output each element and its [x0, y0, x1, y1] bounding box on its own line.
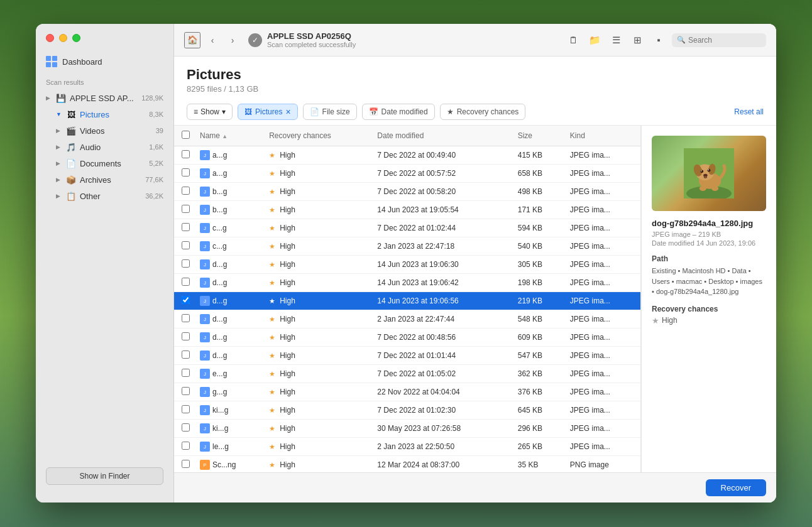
name-header[interactable]: Name ▲ [195, 126, 264, 146]
panel-icon[interactable]: ▪ [650, 32, 667, 48]
sidebar-item-apple-ssd[interactable]: ▶ 💾 APPLE SSD AP... 128,9K [36, 90, 173, 106]
recover-button[interactable]: Recover [706, 479, 766, 496]
folder-icon[interactable]: 📁 [586, 32, 603, 48]
file-type-icon: J [200, 205, 210, 215]
table-row[interactable]: J le...g ★ High 2 Jan 2023 at 22:50:50 2… [174, 438, 640, 456]
row-checkbox-cell[interactable] [174, 256, 195, 274]
table-row[interactable]: J a...g ★ High 7 Dec 2022 at 00:57:52 65… [174, 165, 640, 183]
table-row[interactable]: J d...g ★ High 7 Dec 2022 at 00:48:56 60… [174, 329, 640, 347]
row-checkbox[interactable] [182, 460, 190, 468]
row-checkbox-cell[interactable] [174, 183, 195, 201]
row-checkbox-cell[interactable] [174, 219, 195, 237]
table-row[interactable]: J d...g ★ High 14 Jun 2023 at 19:06:30 3… [174, 256, 640, 274]
row-checkbox[interactable] [182, 350, 190, 359]
table-row[interactable]: J ki...g ★ High 30 May 2023 at 07:26:58 … [174, 420, 640, 438]
table-row[interactable]: J b...g ★ High 14 Jun 2023 at 19:05:54 1… [174, 201, 640, 219]
pictures-filter-close-icon[interactable]: × [285, 107, 290, 116]
sidebar-item-audio[interactable]: ▶ 🎵 Audio 1,6K [36, 139, 173, 155]
list-view-icon[interactable]: ☰ [608, 32, 624, 48]
show-filter-button[interactable]: ≡ Show ▾ [187, 104, 233, 120]
file-size-label: File size [322, 107, 350, 116]
row-name: le...g [212, 442, 229, 451]
row-checkbox-cell[interactable] [174, 365, 195, 383]
new-file-icon[interactable]: 🗒 [565, 32, 581, 48]
search-box[interactable]: 🔍 [672, 33, 766, 47]
forward-button[interactable]: › [224, 32, 241, 48]
sidebar-item-pictures[interactable]: ▼ 🖼 Pictures 8,3K [36, 106, 173, 122]
row-checkbox[interactable] [182, 241, 190, 249]
row-checkbox-cell[interactable] [174, 347, 195, 365]
kind-header[interactable]: Kind [565, 126, 640, 146]
row-checkbox-cell[interactable] [174, 237, 195, 256]
recovery-header[interactable]: Recovery chances [264, 126, 372, 146]
file-table[interactable]: Name ▲ Recovery chances Date modified Si… [174, 126, 641, 472]
row-checkbox-cell[interactable] [174, 383, 195, 401]
show-in-finder-button[interactable]: Show in Finder [46, 467, 163, 485]
row-checkbox-cell[interactable] [174, 329, 195, 347]
row-checkbox[interactable] [182, 150, 190, 158]
filter-pictures[interactable]: 🖼 Pictures × [238, 104, 298, 120]
row-checkbox[interactable] [182, 442, 190, 450]
sidebar-item-documents[interactable]: ▶ 📄 Documents 5,2K [36, 155, 173, 171]
sidebar-item-dashboard[interactable]: Dashboard [36, 52, 173, 71]
file-type-icon: J [200, 387, 210, 397]
reset-all-button[interactable]: Reset all [734, 107, 764, 116]
filter-file-size[interactable]: 📄 File size [303, 104, 357, 120]
row-checkbox[interactable] [182, 423, 190, 432]
row-checkbox-cell[interactable] [174, 420, 195, 438]
row-checkbox-cell[interactable] [174, 456, 195, 473]
table-row[interactable]: J ki...g ★ High 7 Dec 2022 at 01:02:30 6… [174, 401, 640, 420]
select-all-checkbox[interactable] [182, 131, 190, 139]
table-row[interactable]: J c...g ★ High 2 Jan 2023 at 22:47:18 54… [174, 237, 640, 256]
row-checkbox[interactable] [182, 223, 190, 231]
row-checkbox[interactable] [182, 187, 190, 195]
row-checkbox[interactable] [182, 387, 190, 395]
table-row[interactable]: J d...g ★ High 2 Jan 2023 at 22:47:44 54… [174, 310, 640, 329]
recovery-star-icon: ★ [269, 352, 275, 360]
row-checkbox[interactable] [182, 296, 190, 304]
row-checkbox[interactable] [182, 314, 190, 322]
sidebar-item-videos[interactable]: ▶ 🎬 Videos 39 [36, 122, 173, 139]
table-row[interactable]: J g...g ★ High 22 Nov 2022 at 04:04:04 3… [174, 383, 640, 401]
row-checkbox-cell[interactable] [174, 146, 195, 165]
sidebar-item-other[interactable]: ▶ 📋 Other 36,2K [36, 188, 173, 204]
row-checkbox-cell[interactable] [174, 165, 195, 183]
row-checkbox-cell[interactable] [174, 401, 195, 420]
home-button[interactable]: 🏠 [184, 32, 200, 48]
filter-date-modified[interactable]: 📅 Date modified [362, 104, 435, 120]
maximize-button[interactable] [72, 34, 80, 42]
detail-recovery-value: ★ High [652, 316, 766, 325]
minimize-button[interactable] [59, 34, 67, 42]
size-header[interactable]: Size [513, 126, 565, 146]
row-checkbox-cell[interactable] [174, 201, 195, 219]
bottom-bar: Recover [174, 472, 776, 503]
row-checkbox[interactable] [182, 369, 190, 377]
row-checkbox[interactable] [182, 278, 190, 286]
search-input[interactable] [688, 36, 761, 45]
table-row[interactable]: J a...g ★ High 7 Dec 2022 at 00:49:40 41… [174, 146, 640, 165]
row-checkbox[interactable] [182, 405, 190, 413]
table-row[interactable]: J e...g ★ High 7 Dec 2022 at 01:05:02 36… [174, 365, 640, 383]
row-checkbox-cell[interactable] [174, 292, 195, 310]
table-row[interactable]: J c...g ★ High 7 Dec 2022 at 01:02:44 59… [174, 219, 640, 237]
row-checkbox[interactable] [182, 332, 190, 340]
table-row[interactable]: J d...g ★ High 14 Jun 2023 at 19:06:42 1… [174, 274, 640, 292]
row-checkbox[interactable] [182, 259, 190, 268]
date-header[interactable]: Date modified [372, 126, 512, 146]
row-checkbox-cell[interactable] [174, 274, 195, 292]
back-button[interactable]: ‹ [204, 32, 221, 48]
row-checkbox[interactable] [182, 168, 190, 177]
select-all-header[interactable] [174, 126, 195, 146]
row-checkbox-cell[interactable] [174, 438, 195, 456]
table-row[interactable]: J d...g ★ High 14 Jun 2023 at 19:06:56 2… [174, 292, 640, 310]
grid-view-icon[interactable]: ⊞ [629, 32, 645, 48]
close-button[interactable] [46, 34, 54, 42]
row-checkbox[interactable] [182, 205, 190, 213]
sidebar-item-archives[interactable]: ▶ 📦 Archives 77,6K [36, 171, 173, 188]
table-row[interactable]: J b...g ★ High 7 Dec 2022 at 00:58:20 49… [174, 183, 640, 201]
row-checkbox-cell[interactable] [174, 310, 195, 329]
detail-filename: dog-g78b294a4a_1280.jpg [652, 219, 766, 228]
table-row[interactable]: P Sc...ng ★ High 12 Mar 2024 at 08:37:00… [174, 456, 640, 473]
filter-recovery-chances[interactable]: ★ Recovery chances [440, 104, 526, 120]
table-row[interactable]: J d...g ★ High 7 Dec 2022 at 01:01:44 54… [174, 347, 640, 365]
